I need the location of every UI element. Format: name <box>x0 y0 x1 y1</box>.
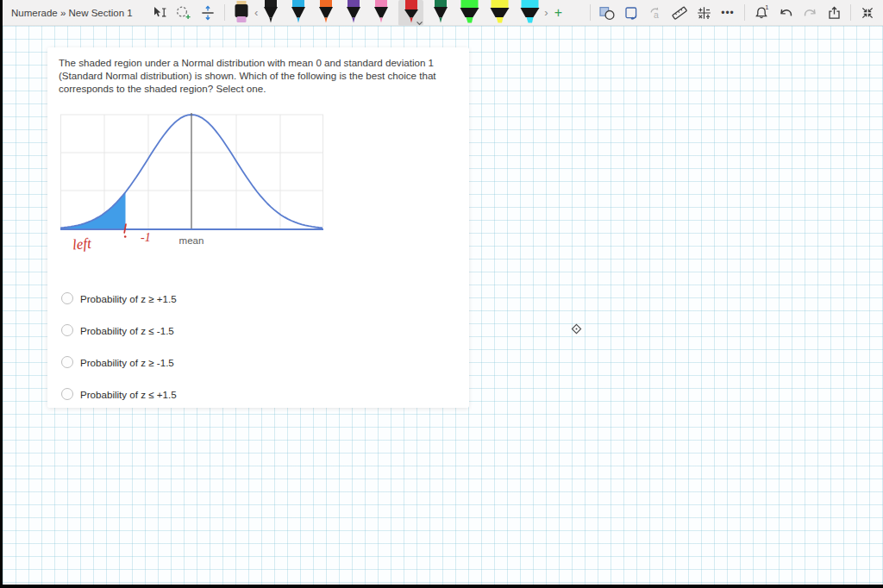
purple-pen[interactable] <box>343 0 364 23</box>
annotation-minus-one: -1 <box>141 231 151 244</box>
annotation-dot <box>124 235 127 238</box>
ruler-icon <box>671 5 688 21</box>
toolbar-divider <box>850 4 851 21</box>
insert-tools-group: a <box>586 1 883 25</box>
red-pen[interactable] <box>398 0 423 26</box>
collapse-toolbar-button[interactable] <box>855 1 880 25</box>
pink-pen[interactable] <box>371 0 391 23</box>
svg-text:a: a <box>654 9 659 19</box>
orange-pen[interactable] <box>316 0 336 23</box>
option-label: Probability of z ≤ +1.5 <box>80 389 177 400</box>
app-window: Numerade » New Section 1 <box>0 0 883 588</box>
share-button[interactable] <box>822 1 846 25</box>
question-text: The shaded region under a Normal distrib… <box>59 57 454 96</box>
ruler-tool[interactable] <box>667 1 692 25</box>
share-icon <box>826 5 842 21</box>
distribution-chart: mean left -1 <box>60 108 323 254</box>
radio-button[interactable] <box>61 324 73 336</box>
answer-option-2[interactable]: Probability of z ≤ -1.5 <box>61 323 177 337</box>
breadcrumb[interactable]: Numerade » New Section 1 <box>11 8 147 18</box>
math-format-icon <box>696 5 712 21</box>
notifications-button[interactable]: 1 <box>749 1 773 25</box>
text-select-icon <box>152 5 167 20</box>
lasso-select-tool[interactable] <box>172 1 196 25</box>
notification-count-badge: 1 <box>765 4 768 11</box>
window-bottom-edge <box>0 585 883 588</box>
lasso-select-icon <box>175 5 192 21</box>
shapes-tool[interactable] <box>595 1 619 25</box>
toolbar-divider <box>224 4 225 21</box>
option-label: Probability of z ≤ -1.5 <box>80 325 174 336</box>
toolbar-divider <box>744 4 745 21</box>
insert-space-tool[interactable] <box>196 1 220 25</box>
toolbar: Numerade » New Section 1 <box>3 0 883 26</box>
blue-pen[interactable] <box>288 0 309 23</box>
insert-space-icon <box>200 5 216 21</box>
answer-option-3[interactable]: Probability of z ≥ -1.5 <box>61 355 177 369</box>
templates-icon <box>623 5 640 21</box>
pen-cursor-icon <box>571 323 582 335</box>
answer-option-1[interactable]: Probability of z ≥ +1.5 <box>61 291 177 305</box>
notifications-bell-icon: 1 <box>754 4 770 21</box>
question-card: The shaded region under a Normal distrib… <box>47 47 469 408</box>
format-text-tool[interactable]: a <box>643 1 667 25</box>
answer-option-4[interactable]: Probability of z ≤ +1.5 <box>61 387 177 401</box>
radio-button[interactable] <box>61 388 73 400</box>
more-options-icon: ••• <box>721 7 735 19</box>
shaded-region <box>60 192 126 229</box>
undo-icon <box>778 5 794 21</box>
window-left-edge <box>0 0 3 588</box>
option-label: Probability of z ≥ +1.5 <box>80 293 177 304</box>
whiteboard-canvas[interactable]: The shaded region under a Normal distrib… <box>3 26 883 585</box>
pen-options-caret-icon[interactable] <box>416 21 423 26</box>
option-label: Probability of z ≥ -1.5 <box>80 357 174 368</box>
more-options-button[interactable]: ••• <box>716 1 740 25</box>
annotation-left: left <box>72 235 93 253</box>
eraser-slot <box>231 1 252 24</box>
pens-scroll-right-icon[interactable]: › <box>542 6 550 19</box>
undo-button[interactable] <box>773 1 798 25</box>
radio-button[interactable] <box>61 292 73 304</box>
radio-button[interactable] <box>61 356 73 368</box>
green-pen[interactable] <box>430 0 451 23</box>
math-format-tool[interactable] <box>692 1 716 25</box>
add-pen-button[interactable]: + <box>551 5 566 21</box>
mean-label: mean <box>179 235 204 246</box>
text-select-tool[interactable] <box>147 1 172 25</box>
select-tools-group <box>147 1 229 25</box>
black-pen[interactable] <box>260 0 281 23</box>
eraser-tool[interactable] <box>231 1 252 24</box>
redo-button[interactable] <box>798 1 822 25</box>
pens-scroll-left-icon[interactable]: ‹ <box>252 6 260 19</box>
shapes-icon <box>598 5 616 21</box>
green-highlighter[interactable] <box>458 0 481 23</box>
cyan-highlighter[interactable] <box>518 0 542 23</box>
answer-options: Probability of z ≥ +1.5 Probability of z… <box>61 291 177 419</box>
yellow-highlighter[interactable] <box>488 0 511 23</box>
toolbar-divider <box>590 4 591 21</box>
format-text-icon: a <box>648 5 664 21</box>
pen-strip <box>260 0 542 26</box>
redo-icon <box>802 5 818 21</box>
templates-tool[interactable] <box>619 1 643 25</box>
collapse-icon <box>860 5 875 21</box>
